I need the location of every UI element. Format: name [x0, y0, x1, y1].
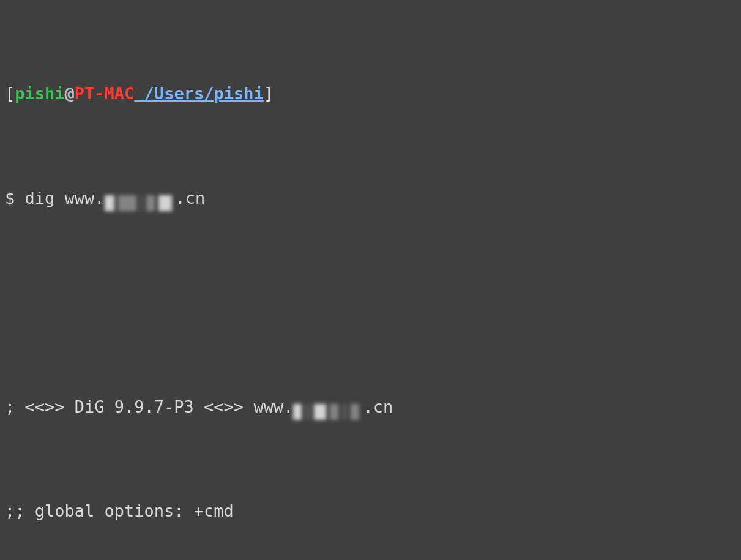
dig-banner: ; <<>> DiG 9.9.7-P3 <<>> www..cn — [5, 394, 736, 420]
prompt-sigil: $ — [5, 189, 25, 207]
bracket-open: [ — [5, 84, 15, 103]
bracket-close: ] — [264, 84, 274, 103]
prompt-at: @ — [65, 84, 75, 103]
command-suffix: .cn — [176, 189, 206, 207]
redacted-domain — [293, 398, 363, 414]
banner-prefix: ; <<>> DiG 9.9.7-P3 <<>> www. — [5, 397, 293, 416]
shell-prompt: [pishi@PT-MAC /Users/pishi] — [5, 81, 736, 107]
redacted-domain — [105, 189, 176, 205]
blank-line — [5, 289, 736, 316]
prompt-cwd: /Users/pishi — [134, 84, 263, 103]
command-prefix: dig www. — [25, 189, 105, 207]
global-options: ;; global options: +cmd — [5, 498, 736, 525]
prompt-user: pishi — [15, 84, 64, 103]
prompt-host: PT-MAC — [75, 84, 135, 103]
terminal-output: [pishi@PT-MAC /Users/pishi] $ dig www..c… — [0, 0, 741, 560]
command-line: $ dig www..cn — [5, 185, 736, 212]
banner-suffix: .cn — [363, 397, 393, 416]
